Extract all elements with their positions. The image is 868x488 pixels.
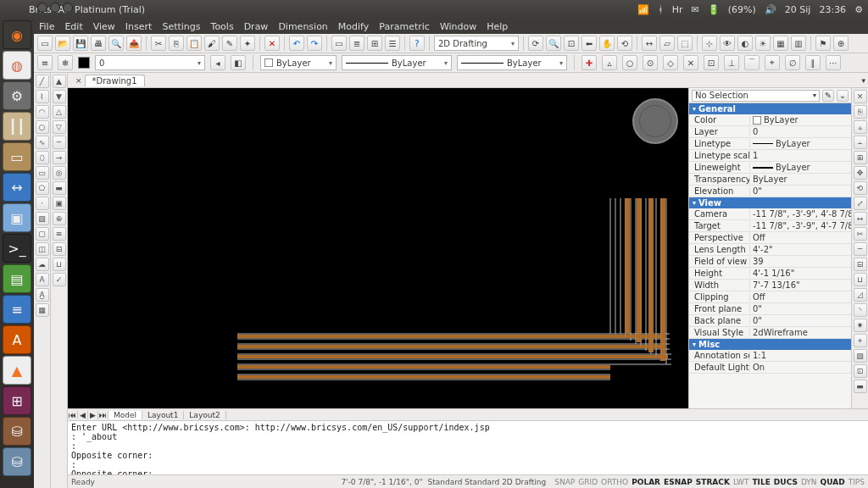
launcher-teamviewer[interactable]: ↔	[3, 173, 31, 202]
region-tool[interactable]: ◫	[36, 242, 49, 256]
area-button[interactable]: ▱	[659, 36, 675, 51]
tab-close-button[interactable]: ▾	[859, 76, 868, 85]
misc2-button[interactable]: ⊕	[833, 36, 849, 51]
prop-value[interactable]: 0"	[750, 186, 851, 196]
status-toggle-esnap[interactable]: ESNAP	[664, 478, 693, 486]
prop-value[interactable]: ByLayer	[750, 175, 851, 184]
status-toggle-ducs[interactable]: DUCS	[774, 478, 798, 486]
layer-combo[interactable]: 0▾	[95, 55, 205, 70]
array-tool[interactable]: ⊞	[854, 151, 867, 164]
table-tool[interactable]: ▦	[36, 303, 49, 317]
prop-value[interactable]: 7'-7 13/16"	[750, 280, 851, 290]
select-button[interactable]: ▭	[331, 36, 347, 51]
linetype-combo[interactable]: ByLayer▾	[342, 55, 452, 70]
osnap-int-button[interactable]: ✕	[683, 55, 698, 70]
pedit-tool[interactable]: ⌖	[854, 334, 867, 347]
launcher-terminal[interactable]: >_	[3, 234, 31, 263]
prop-row[interactable]: Annotation scale1:1	[689, 350, 851, 362]
new-button[interactable]: ▭	[37, 36, 53, 51]
fillet-tool[interactable]: ◝	[854, 303, 867, 317]
cut-button[interactable]: ✂	[151, 36, 166, 51]
status-toggle-tips[interactable]: TIPS	[849, 478, 865, 486]
menu-help[interactable]: Help	[487, 21, 508, 32]
view-button[interactable]: 👁	[720, 36, 735, 51]
minimize-window-button[interactable]	[50, 3, 60, 13]
filter-button[interactable]: ⌄	[837, 90, 849, 102]
tile2-button[interactable]: ▥	[791, 36, 806, 51]
osnap-tan-button[interactable]: ⌒	[744, 55, 760, 70]
osnap-ins-button[interactable]: ⊡	[704, 55, 719, 70]
polygon-tool[interactable]: ⬠	[36, 181, 49, 195]
launcher-software[interactable]: A	[3, 325, 31, 354]
tab-last-button[interactable]: ⏭	[98, 411, 108, 419]
prop-value[interactable]: ByLayer	[750, 163, 851, 172]
layout1-tab[interactable]: Layout1	[142, 411, 184, 419]
painter-button[interactable]: ✎	[222, 36, 237, 51]
view-compass[interactable]	[632, 98, 678, 144]
copy-button[interactable]: ⎘	[169, 36, 184, 51]
prop-row[interactable]: PerspectiveOff	[689, 232, 851, 244]
fixup-tool[interactable]: ✓	[53, 273, 66, 286]
layer-button[interactable]: ≣	[349, 36, 364, 51]
prop-row[interactable]: ClippingOff	[689, 291, 851, 303]
polyline-tool[interactable]: ⌇	[36, 90, 49, 103]
revcloud-tool[interactable]: ☁	[36, 258, 49, 271]
launcher-vlc[interactable]: ▲	[3, 356, 31, 385]
hatchedit-tool[interactable]: ▨	[854, 349, 867, 363]
layer-state-button[interactable]: ≡	[37, 55, 53, 70]
chamfer-tool[interactable]: ◿	[854, 288, 867, 302]
align-tool[interactable]: ≡	[53, 227, 66, 241]
mail-icon[interactable]: ✉	[692, 4, 699, 15]
front-tool[interactable]: ▲	[53, 75, 66, 88]
menu-modify[interactable]: Modify	[338, 21, 369, 32]
preview-button[interactable]: 🔍	[108, 36, 124, 51]
zoom-prev-button[interactable]: ⬅	[581, 36, 597, 51]
status-toggle-tile[interactable]: TILE	[752, 478, 770, 486]
wipeout-tool[interactable]: ▬	[53, 181, 66, 195]
osnap-qua-button[interactable]: ◇	[663, 55, 678, 70]
menu-draw[interactable]: Draw	[244, 21, 269, 32]
layer-freeze-button[interactable]: ❄	[58, 55, 73, 70]
prop-row[interactable]: LinetypeByLayer	[689, 138, 851, 150]
redo-button[interactable]: ↷	[307, 36, 322, 51]
launcher-calc[interactable]: ▤	[3, 264, 31, 293]
tab-next-button[interactable]: ▶	[88, 411, 98, 419]
insert-tool[interactable]: ⊕	[53, 212, 66, 225]
extend-tool[interactable]: ─	[854, 242, 867, 256]
launcher-tuner[interactable]: ┃┃	[3, 112, 31, 141]
arrayedit-tool[interactable]: ⊡	[854, 364, 867, 378]
tab-prev-button2[interactable]: ◀	[78, 411, 88, 419]
vs-button[interactable]: ◐	[737, 36, 753, 51]
ray-tool[interactable]: →	[53, 151, 66, 164]
menu-settings[interactable]: Settings	[162, 21, 200, 32]
flatten-tool[interactable]: ▬	[854, 380, 867, 393]
keyboard-layout[interactable]: Hr	[672, 4, 683, 15]
tab-first-button[interactable]: ⏮	[68, 411, 78, 419]
launcher-disk[interactable]: ⛁	[3, 417, 31, 446]
erase-tool[interactable]: ✕	[854, 90, 867, 103]
osnap-end-button[interactable]: ✚	[581, 55, 597, 70]
help-button[interactable]: ?	[409, 36, 425, 51]
prop-value[interactable]: 0"	[750, 316, 851, 325]
status-toggle-ortho[interactable]: ORTHO	[601, 478, 628, 486]
layer-prev-button[interactable]: ◂	[210, 55, 225, 70]
prop-value[interactable]: On	[750, 363, 851, 372]
render-button[interactable]: ☀	[755, 36, 771, 51]
launcher-chrome[interactable]: ◍	[3, 51, 31, 80]
pan-button[interactable]: ✋	[599, 36, 615, 51]
scale-tool[interactable]: ⤢	[854, 197, 867, 210]
block-tool[interactable]: ▣	[53, 197, 66, 210]
star-button[interactable]: ✦	[240, 36, 255, 51]
status-toggle-polar[interactable]: POLAR	[632, 478, 660, 486]
prop-row[interactable]: Height4'-1 1/16"	[689, 268, 851, 280]
osnap-ext-button[interactable]: ⋯	[826, 55, 841, 70]
xline-tool[interactable]: ─	[53, 136, 66, 149]
join-tool[interactable]: ⊔	[53, 258, 66, 271]
battery-icon[interactable]: 🔋	[708, 4, 720, 15]
explode-tool[interactable]: ✷	[854, 319, 867, 332]
delete-button[interactable]: ✕	[264, 36, 280, 51]
osnap-cen-button[interactable]: ○	[622, 55, 637, 70]
prop-row[interactable]: Default LightingOn	[689, 362, 851, 374]
break2-tool[interactable]: ⊟	[854, 258, 867, 271]
layer-iso-button[interactable]: ◧	[231, 55, 246, 70]
